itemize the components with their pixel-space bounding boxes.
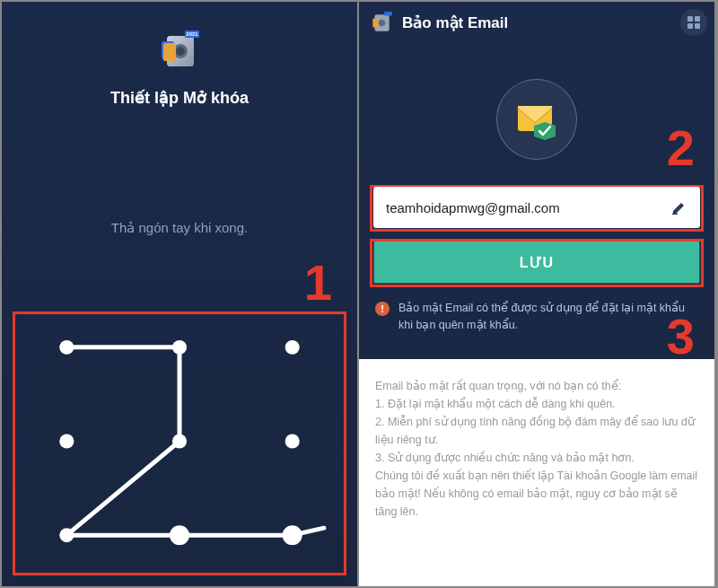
- edit-icon[interactable]: [671, 199, 687, 215]
- svg-rect-22: [384, 12, 392, 15]
- unlock-hint: Thả ngón tay khi xong.: [2, 220, 357, 236]
- warning-row: ! Bảo mật Email có thể được sử dụng để đ…: [359, 284, 714, 334]
- header-title: Bảo mật Email: [402, 13, 508, 32]
- svg-text:2021: 2021: [186, 31, 198, 37]
- pattern-lock-grid[interactable]: [13, 312, 346, 575]
- app-logo-icon: 2021: [158, 29, 201, 72]
- svg-rect-5: [163, 43, 176, 61]
- step-number-2: 2: [667, 123, 695, 173]
- email-value: teamhoidapmwg@gmail.com: [386, 200, 671, 215]
- svg-point-13: [285, 434, 300, 449]
- info-line-2: 2. Miễn phí sử dụng tính năng đồng bộ đá…: [375, 413, 698, 449]
- svg-rect-24: [672, 214, 678, 215]
- svg-point-11: [59, 434, 74, 449]
- warning-icon: !: [375, 302, 390, 316]
- svg-point-18: [283, 525, 302, 545]
- svg-point-10: [285, 340, 300, 355]
- svg-point-17: [170, 525, 189, 545]
- info-line-1: 1. Đặt lại mật khẩu một cách dễ dàng khi…: [375, 395, 698, 413]
- email-security-screen: Bảo mật Email 2 teamhoidapmwg@gmail.com …: [359, 2, 716, 586]
- warning-text: Bảo mật Email có thể được sử dụng để đặt…: [398, 300, 698, 334]
- svg-point-3: [176, 47, 185, 56]
- app-logo-small-icon: [370, 11, 393, 34]
- highlight-save-button: [370, 239, 704, 287]
- info-outro: Chúng tôi đề xuất bạn nên thiết lập Tài …: [375, 467, 698, 521]
- email-hero-icon: [496, 79, 577, 160]
- svg-rect-21: [372, 19, 379, 28]
- menu-button[interactable]: [680, 9, 707, 36]
- header: Bảo mật Email: [359, 2, 714, 43]
- email-input[interactable]: teamhoidapmwg@gmail.com: [373, 187, 700, 228]
- info-line-3: 3. Sử dụng được nhiều chức năng và bảo m…: [375, 449, 698, 467]
- info-intro: Email bảo mật rất quan trọng, với nó bạn…: [375, 377, 698, 395]
- unlock-title: Thiết lập Mở khóa: [2, 88, 357, 108]
- info-panel: Email bảo mật rất quan trọng, với nó bạn…: [359, 359, 714, 586]
- step-number-1: 1: [304, 258, 332, 308]
- svg-point-20: [379, 20, 386, 27]
- grid-menu-icon: [687, 16, 700, 29]
- step-number-3: 3: [667, 312, 695, 362]
- unlock-setup-screen: 2021 Thiết lập Mở khóa Thả ngón tay khi …: [2, 2, 359, 586]
